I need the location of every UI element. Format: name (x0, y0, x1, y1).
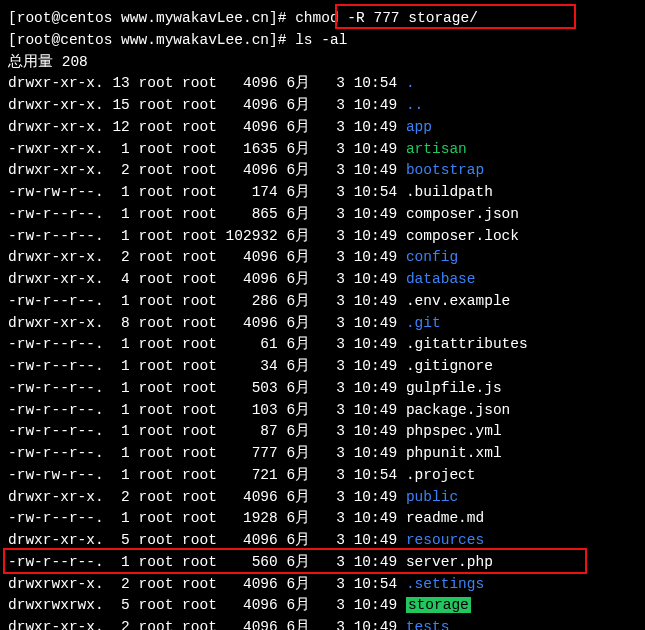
file-name: tests (406, 619, 450, 630)
terminal-line: -rw-r--r--. 1 root root 61 6月 3 10:49 .g… (8, 334, 637, 356)
file-name: resources (406, 532, 484, 548)
terminal-line: 总用量 208 (8, 52, 637, 74)
file-meta: drwxr-xr-x. 8 root root 4096 6月 3 10:49 (8, 315, 406, 331)
file-name: package.json (406, 402, 510, 418)
terminal-line: [root@centos www.mywakavLee.cn]# chmod -… (8, 8, 637, 30)
file-meta: -rw-r--r--. 1 root root 61 6月 3 10:49 (8, 336, 406, 352)
terminal-line: -rw-r--r--. 1 root root 865 6月 3 10:49 c… (8, 204, 637, 226)
file-name: artisan (406, 141, 467, 157)
file-name: storage (406, 597, 471, 613)
file-name: server.php (406, 554, 493, 570)
file-meta: drwxrwxr-x. 2 root root 4096 6月 3 10:54 (8, 576, 406, 592)
file-meta: drwxr-xr-x. 13 root root 4096 6月 3 10:54 (8, 75, 406, 91)
file-name: . (406, 75, 415, 91)
file-meta: -rw-r--r--. 1 root root 865 6月 3 10:49 (8, 206, 406, 222)
file-meta: drwxr-xr-x. 2 root root 4096 6月 3 10:49 (8, 162, 406, 178)
terminal-line: -rw-r--r--. 1 root root 87 6月 3 10:49 ph… (8, 421, 637, 443)
terminal-line: drwxr-xr-x. 13 root root 4096 6月 3 10:54… (8, 73, 637, 95)
terminal-line: [root@centos www.mywakavLee.cn]# ls -al (8, 30, 637, 52)
total-line: 总用量 208 (8, 54, 88, 70)
file-meta: drwxr-xr-x. 2 root root 4096 6月 3 10:49 (8, 489, 406, 505)
file-name: composer.lock (406, 228, 519, 244)
terminal-line: drwxr-xr-x. 15 root root 4096 6月 3 10:49… (8, 95, 637, 117)
terminal-line: -rw-rw-r--. 1 root root 721 6月 3 10:54 .… (8, 465, 637, 487)
file-meta: -rw-r--r--. 1 root root 103 6月 3 10:49 (8, 402, 406, 418)
terminal-line: -rw-r--r--. 1 root root 1928 6月 3 10:49 … (8, 508, 637, 530)
terminal-line: drwxr-xr-x. 4 root root 4096 6月 3 10:49 … (8, 269, 637, 291)
file-meta: -rw-r--r--. 1 root root 560 6月 3 10:49 (8, 554, 406, 570)
file-name: readme.md (406, 510, 484, 526)
file-name: .settings (406, 576, 484, 592)
command-text: chmod -R 777 storage/ (295, 10, 478, 26)
terminal-output: [root@centos www.mywakavLee.cn]# chmod -… (8, 8, 637, 630)
terminal-line: drwxr-xr-x. 2 root root 4096 6月 3 10:49 … (8, 487, 637, 509)
terminal-line: -rwxr-xr-x. 1 root root 1635 6月 3 10:49 … (8, 139, 637, 161)
file-meta: drwxr-xr-x. 2 root root 4096 6月 3 10:49 (8, 249, 406, 265)
file-name: bootstrap (406, 162, 484, 178)
file-meta: -rwxr-xr-x. 1 root root 1635 6月 3 10:49 (8, 141, 406, 157)
terminal-line: drwxr-xr-x. 2 root root 4096 6月 3 10:49 … (8, 617, 637, 630)
terminal-line: drwxrwxrwx. 5 root root 4096 6月 3 10:49 … (8, 595, 637, 617)
file-name: .git (406, 315, 441, 331)
terminal-line: -rw-r--r--. 1 root root 560 6月 3 10:49 s… (8, 552, 637, 574)
file-name: .env.example (406, 293, 510, 309)
file-name: app (406, 119, 432, 135)
terminal-line: drwxrwxr-x. 2 root root 4096 6月 3 10:54 … (8, 574, 637, 596)
file-name: .gitattributes (406, 336, 528, 352)
file-name: database (406, 271, 476, 287)
terminal-line: drwxr-xr-x. 12 root root 4096 6月 3 10:49… (8, 117, 637, 139)
terminal-line: -rw-rw-r--. 1 root root 174 6月 3 10:54 .… (8, 182, 637, 204)
file-meta: drwxr-xr-x. 2 root root 4096 6月 3 10:49 (8, 619, 406, 630)
file-name: phpspec.yml (406, 423, 502, 439)
terminal-line: -rw-r--r--. 1 root root 503 6月 3 10:49 g… (8, 378, 637, 400)
file-meta: drwxr-xr-x. 15 root root 4096 6月 3 10:49 (8, 97, 406, 113)
file-meta: drwxr-xr-x. 5 root root 4096 6月 3 10:49 (8, 532, 406, 548)
terminal-line: -rw-r--r--. 1 root root 34 6月 3 10:49 .g… (8, 356, 637, 378)
terminal-line: drwxr-xr-x. 2 root root 4096 6月 3 10:49 … (8, 247, 637, 269)
file-meta: -rw-r--r--. 1 root root 87 6月 3 10:49 (8, 423, 406, 439)
file-name: .buildpath (406, 184, 493, 200)
file-name: public (406, 489, 458, 505)
terminal-line: drwxr-xr-x. 2 root root 4096 6月 3 10:49 … (8, 160, 637, 182)
file-meta: drwxr-xr-x. 4 root root 4096 6月 3 10:49 (8, 271, 406, 287)
terminal-line: -rw-r--r--. 1 root root 103 6月 3 10:49 p… (8, 400, 637, 422)
file-meta: -rw-r--r--. 1 root root 777 6月 3 10:49 (8, 445, 406, 461)
file-meta: drwxr-xr-x. 12 root root 4096 6月 3 10:49 (8, 119, 406, 135)
file-name: .gitignore (406, 358, 493, 374)
file-meta: -rw-r--r--. 1 root root 286 6月 3 10:49 (8, 293, 406, 309)
terminal-line: drwxr-xr-x. 8 root root 4096 6月 3 10:49 … (8, 313, 637, 335)
shell-prompt: [root@centos www.mywakavLee.cn]# (8, 10, 295, 26)
terminal-line: -rw-r--r--. 1 root root 777 6月 3 10:49 p… (8, 443, 637, 465)
file-name: phpunit.xml (406, 445, 502, 461)
file-meta: -rw-rw-r--. 1 root root 721 6月 3 10:54 (8, 467, 406, 483)
command-text: ls -al (295, 32, 347, 48)
shell-prompt: [root@centos www.mywakavLee.cn]# (8, 32, 295, 48)
file-name: gulpfile.js (406, 380, 502, 396)
file-meta: -rw-r--r--. 1 root root 1928 6月 3 10:49 (8, 510, 406, 526)
terminal-line: -rw-r--r--. 1 root root 102932 6月 3 10:4… (8, 226, 637, 248)
file-name: composer.json (406, 206, 519, 222)
terminal-line: drwxr-xr-x. 5 root root 4096 6月 3 10:49 … (8, 530, 637, 552)
file-name: .. (406, 97, 423, 113)
file-meta: -rw-r--r--. 1 root root 102932 6月 3 10:4… (8, 228, 406, 244)
file-meta: -rw-rw-r--. 1 root root 174 6月 3 10:54 (8, 184, 406, 200)
terminal-line: -rw-r--r--. 1 root root 286 6月 3 10:49 .… (8, 291, 637, 313)
file-meta: -rw-r--r--. 1 root root 503 6月 3 10:49 (8, 380, 406, 396)
file-name: config (406, 249, 458, 265)
file-meta: -rw-r--r--. 1 root root 34 6月 3 10:49 (8, 358, 406, 374)
file-name: .project (406, 467, 476, 483)
file-meta: drwxrwxrwx. 5 root root 4096 6月 3 10:49 (8, 597, 406, 613)
